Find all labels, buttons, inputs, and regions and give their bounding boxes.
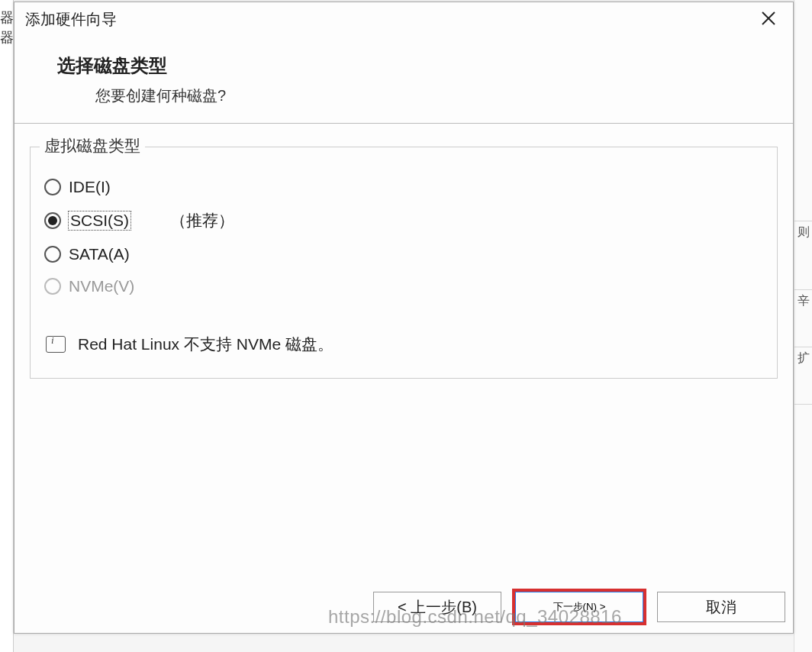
radio-row-nvme: NVMe(V) <box>44 277 763 295</box>
radio-row-sata[interactable]: SATA(A) <box>44 245 763 263</box>
radio-label-scsi: SCSI(S) <box>69 211 130 230</box>
wizard-button-row: < 上一步(B) 下一步(N) > 取消 <box>14 587 793 633</box>
close-icon[interactable] <box>755 8 782 32</box>
radio-label-sata: SATA(A) <box>69 245 130 263</box>
radio-icon <box>44 278 61 295</box>
page-subtitle: 您要创建何种磁盘? <box>95 86 793 106</box>
info-text: Red Hat Linux 不支持 NVMe 磁盘。 <box>78 334 334 355</box>
dialog-title: 添加硬件向导 <box>25 9 117 30</box>
radio-icon[interactable] <box>44 246 61 263</box>
info-icon <box>46 336 66 353</box>
radio-row-ide[interactable]: IDE(I) <box>44 178 763 196</box>
wizard-header: 选择磁盘类型 您要创建何种磁盘? <box>14 37 793 124</box>
cancel-button[interactable]: 取消 <box>657 592 785 622</box>
next-button[interactable]: 下一步(N) > <box>515 592 643 622</box>
radio-row-scsi[interactable]: SCSI(S) （推荐） <box>44 210 763 231</box>
radio-label-nvme: NVMe(V) <box>69 277 134 295</box>
dialog-titlebar: 添加硬件向导 <box>14 2 793 37</box>
recommended-label: （推荐） <box>170 210 234 231</box>
fieldset-legend: 虚拟磁盘类型 <box>40 135 145 157</box>
right-background-edge: 则 辛 扩 <box>794 0 812 652</box>
disk-type-fieldset: 虚拟磁盘类型 IDE(I) SCSI(S) （推荐） SATA(A) NVMe(… <box>30 147 778 379</box>
radio-icon[interactable] <box>44 179 61 195</box>
back-button[interactable]: < 上一步(B) <box>373 592 501 622</box>
info-note: Red Hat Linux 不支持 NVMe 磁盘。 <box>46 334 763 355</box>
radio-label-ide: IDE(I) <box>69 178 111 196</box>
add-hardware-wizard-dialog: 添加硬件向导 选择磁盘类型 您要创建何种磁盘? 虚拟磁盘类型 IDE(I) SC… <box>14 2 794 634</box>
radio-icon[interactable] <box>44 212 61 229</box>
left-background-edge: 器器 <box>0 0 14 652</box>
page-title: 选择磁盘类型 <box>57 53 793 78</box>
next-button-highlight: 下一步(N) > <box>512 589 646 625</box>
wizard-content: 虚拟磁盘类型 IDE(I) SCSI(S) （推荐） SATA(A) NVMe(… <box>14 124 793 587</box>
